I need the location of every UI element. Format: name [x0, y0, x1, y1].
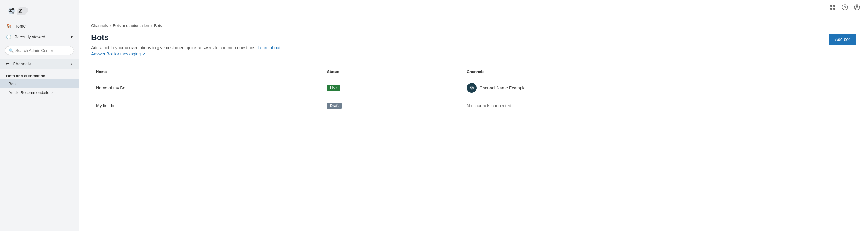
main-wrapper: ? Channels › Bots and automation › Bots … — [79, 0, 868, 231]
help-icon[interactable]: ? — [841, 4, 848, 11]
table-row[interactable]: Name of my BotLiveChannel Name Example — [91, 78, 856, 98]
sidebar-item-home[interactable]: 🏠 Home — [0, 21, 79, 32]
bot-status-cell: Draft — [322, 98, 462, 114]
breadcrumb-sep-1: › — [110, 23, 111, 28]
search-input[interactable] — [16, 48, 70, 53]
col-name: Name — [91, 66, 322, 78]
home-label: Home — [14, 24, 26, 29]
main-content: Channels › Bots and automation › Bots Bo… — [79, 15, 868, 231]
channels-label: Channels — [13, 62, 31, 66]
zendesk-logo-icon: Z — [17, 7, 28, 15]
bots-automation-group-label: Bots and automation — [0, 72, 79, 79]
channel-name: Channel Name Example — [479, 85, 526, 90]
bot-name-cell: Name of my Bot — [91, 78, 322, 98]
search-container: 🔍 — [0, 44, 79, 57]
svg-rect-3 — [830, 8, 832, 10]
status-badge: Live — [327, 85, 340, 91]
svg-text:Z: Z — [18, 7, 22, 15]
channels-icon: ⇄ — [6, 62, 10, 66]
breadcrumb: Channels › Bots and automation › Bots — [91, 23, 856, 28]
bot-name-cell: My first bot — [91, 98, 322, 114]
table-row[interactable]: My first botDraftNo channels connected — [91, 98, 856, 114]
profile-icon[interactable] — [854, 4, 861, 11]
channels-section-header[interactable]: ⇄ Channels ▴ — [0, 59, 79, 69]
breadcrumb-bots-automation[interactable]: Bots and automation — [113, 23, 149, 28]
channel-icon — [467, 83, 476, 93]
svg-text:?: ? — [844, 5, 846, 10]
svg-rect-4 — [833, 8, 835, 10]
bot-channel-cell: Channel Name Example — [462, 78, 856, 98]
sidebar: Z 🏠 Home 🕐 Recently viewed ▾ 🔍 ⇄ Channel… — [0, 0, 79, 231]
topbar: ? — [79, 0, 868, 15]
search-wrapper: 🔍 — [5, 46, 74, 55]
status-badge: Draft — [327, 103, 342, 109]
chevron-down-icon: ▾ — [70, 35, 73, 39]
col-status: Status — [322, 66, 462, 78]
breadcrumb-bots: Bots — [154, 23, 162, 28]
page-header-left: Bots Add a bot to your conversations to … — [91, 33, 286, 57]
breadcrumb-sep-2: › — [151, 23, 152, 28]
no-channels-text: No channels connected — [467, 103, 511, 108]
breadcrumb-channels[interactable]: Channels — [91, 23, 108, 28]
svg-rect-2 — [833, 5, 835, 7]
svg-rect-1 — [830, 5, 832, 7]
channels-chevron: ▴ — [71, 62, 73, 66]
channel-cell: Channel Name Example — [467, 83, 851, 93]
table-header-row: Name Status Channels — [91, 66, 856, 78]
bots-table: Name Status Channels Name of my BotLiveC… — [91, 66, 856, 114]
page-description: Add a bot to your conversations to give … — [91, 45, 286, 57]
col-channels: Channels — [462, 66, 856, 78]
sidebar-item-article-recommendations[interactable]: Article Recommendations — [0, 88, 79, 97]
channels-submenu: Bots and automation Bots Article Recomme… — [0, 69, 79, 100]
grid-icon[interactable] — [829, 4, 836, 11]
svg-point-8 — [856, 5, 858, 7]
add-bot-button[interactable]: Add bot — [829, 34, 856, 45]
search-icon: 🔍 — [9, 48, 14, 53]
page-title: Bots — [91, 33, 286, 42]
bot-channel-cell: No channels connected — [462, 98, 856, 114]
sidebar-recently-viewed[interactable]: 🕐 Recently viewed ▾ — [0, 32, 79, 42]
zendesk-logo — [6, 5, 17, 16]
home-icon: 🏠 — [6, 24, 11, 29]
bot-status-cell: Live — [322, 78, 462, 98]
clock-icon: 🕐 — [6, 35, 11, 39]
page-header: Bots Add a bot to your conversations to … — [91, 33, 856, 57]
logo-area: Z — [0, 0, 79, 21]
page-desc-text: Add a bot to your conversations to give … — [91, 45, 256, 50]
sidebar-item-bots[interactable]: Bots — [0, 79, 79, 88]
recently-viewed-label: Recently viewed — [14, 35, 45, 39]
